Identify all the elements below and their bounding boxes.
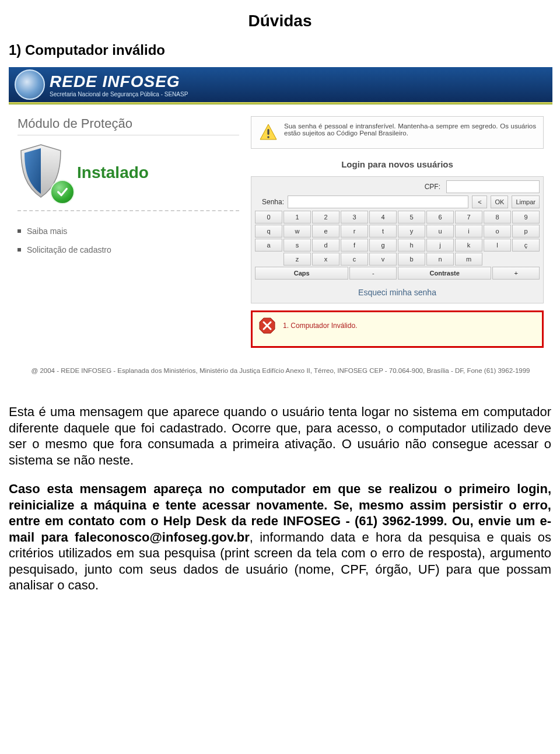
embedded-screenshot: REDE INFOSEG Secretaria Nacional de Segu… [9,67,552,386]
key[interactable]: a [255,239,282,252]
link-saiba-mais[interactable]: Saiba mais [18,222,239,240]
senha-label: Senha: [255,198,284,206]
virtual-keyboard-row3: a s d f g h j k l ç [255,239,540,252]
plus-button[interactable]: + [492,267,540,280]
installed-label: Instalado [77,163,149,182]
key[interactable]: k [455,239,482,252]
key[interactable]: 3 [341,211,368,224]
page-title: Dúvidas [9,12,551,30]
check-icon [50,180,75,204]
key[interactable]: j [426,239,454,252]
key[interactable]: 8 [484,211,511,224]
key[interactable]: o [484,225,511,238]
virtual-keyboard-row2: q w e r t y u i o p [255,225,540,238]
key[interactable]: z [284,253,311,266]
key[interactable]: x [312,253,340,266]
key[interactable]: t [369,225,397,238]
key[interactable]: e [312,225,340,238]
forgot-password-link[interactable]: Esqueci minha senha [255,283,540,299]
warning-icon [258,123,278,142]
key[interactable]: b [398,253,425,266]
cpf-label: CPF: [255,183,443,191]
contrast-button[interactable]: Contraste [398,267,491,280]
minus-button[interactable]: - [349,267,397,280]
error-icon [258,317,276,334]
warning-box: Sua senha é pessoal e intransferível. Ma… [251,116,544,149]
app-header: REDE INFOSEG Secretaria Nacional de Segu… [9,67,552,102]
key[interactable]: 1 [284,211,311,224]
warning-text: Sua senha é pessoal e intransferível. Ma… [284,123,536,137]
cpf-input[interactable] [446,180,540,193]
caps-button[interactable]: Caps [255,267,348,280]
error-text: 1. Computador Inválido. [283,322,357,330]
virtual-keyboard-row4: z x c v b n m [255,253,540,266]
logo-subtitle: Secretaria Nacional de Segurança Pública… [50,91,188,97]
virtual-keyboard-row1: 0 1 2 3 4 5 6 7 8 9 [255,211,540,224]
key[interactable]: c [341,253,368,266]
logo-text: REDE INFOSEG [50,72,188,91]
key[interactable]: m [455,253,482,266]
key[interactable]: u [426,225,454,238]
screenshot-footer: @ 2004 - REDE INFOSEG - Esplanada dos Mi… [9,348,552,386]
key[interactable]: p [512,225,540,238]
link-solicitacao-cadastro[interactable]: Solicitação de cadastro [18,240,239,259]
key[interactable]: 2 [312,211,340,224]
key[interactable]: n [426,253,454,266]
key[interactable]: 6 [426,211,454,224]
key[interactable]: h [398,239,425,252]
question-heading: 1) Computador inválido [9,42,551,58]
senha-input[interactable] [288,196,468,208]
error-box: 1. Computador Inválido. [251,310,544,348]
clear-button[interactable]: Limpar [512,196,540,208]
key[interactable]: 4 [369,211,397,224]
key[interactable]: g [369,239,397,252]
key[interactable]: w [284,225,311,238]
key[interactable]: f [341,239,368,252]
svg-point-1 [267,136,270,138]
paragraph-1: Esta é uma mensagem que aparece quando o… [9,404,551,468]
key[interactable]: y [398,225,425,238]
divider [18,210,239,211]
key[interactable]: ç [512,239,540,252]
ok-button[interactable]: OK [491,196,508,208]
seal-icon [15,69,45,100]
key[interactable]: v [369,253,397,266]
key[interactable]: r [341,225,368,238]
backspace-button[interactable]: < [472,196,487,208]
key[interactable]: 0 [255,211,282,224]
virtual-keyboard-bottom: Caps - Contraste + [255,267,540,280]
svg-rect-0 [267,129,269,135]
key[interactable]: q [255,225,282,238]
key[interactable]: l [484,239,511,252]
paragraph-2: Caso esta mensagem apareça no computador… [9,481,551,594]
login-heading: Login para novos usuários [251,159,544,169]
key[interactable]: 5 [398,211,425,224]
key[interactable]: s [284,239,311,252]
key[interactable]: d [312,239,340,252]
key[interactable]: i [455,225,482,238]
key[interactable]: 9 [512,211,540,224]
module-title: Módulo de Proteção [18,116,239,135]
key[interactable]: 7 [455,211,482,224]
login-panel: CPF: Senha: < OK Limpar 0 1 2 3 [251,176,544,303]
